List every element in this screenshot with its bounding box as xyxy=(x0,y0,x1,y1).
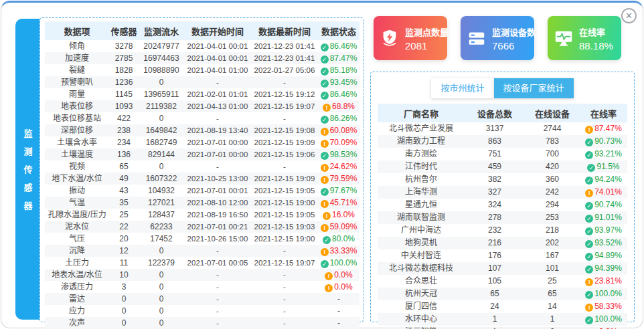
device-online-cell: 783 xyxy=(525,135,580,148)
flow-count-cell: 1607322 xyxy=(139,173,184,185)
status-ok-icon: ✓ xyxy=(585,202,593,210)
latest-time-cell: 2021-12-15 19:03 xyxy=(251,221,318,233)
data-item-cell: 振动 xyxy=(45,185,109,197)
status-percent: 94.89% xyxy=(594,251,622,260)
start-time-cell: 2021-10-26 15:00 xyxy=(184,233,251,245)
sensor-count-cell: 1145 xyxy=(109,88,139,100)
data-status-cell: - xyxy=(318,305,359,317)
flow-count-cell: 0 xyxy=(139,245,184,257)
start-time-cell: - xyxy=(184,281,251,293)
latest-time-cell: 2021-12-15 19:05 xyxy=(251,209,318,221)
online-rate-cell: ✓90.73% xyxy=(580,135,627,148)
status-ok-icon: ✓ xyxy=(323,236,331,244)
table-row: 裂缝1828109888902021-04-01 01:002022-01-27… xyxy=(45,64,359,76)
data-status-cell: !33.33% xyxy=(318,245,359,257)
card-title: 监测点数量 xyxy=(405,25,449,38)
status-ok-icon: ✓ xyxy=(587,164,595,172)
status-percent: 93.21% xyxy=(594,149,622,158)
table-row: 气温351270212021-08-10 12:002021-12-15 19:… xyxy=(45,197,359,209)
start-time-cell: - xyxy=(184,112,251,124)
data-item-cell: 裂缝 xyxy=(45,64,109,76)
status-ok-icon: ✓ xyxy=(585,316,593,324)
table-row: 北斗微芯数据科技107101✓94.39% xyxy=(378,262,627,275)
col-start-time: 数据开始时间 xyxy=(184,21,251,40)
data-item-cell: 应力 xyxy=(45,305,109,317)
device-total-cell: 751 xyxy=(465,148,525,160)
start-time-cell: 2021-07-01 00:21 xyxy=(184,221,251,233)
status-warn-icon: ! xyxy=(321,164,329,172)
latest-time-cell: 2021-12-15 19:05 xyxy=(251,185,318,197)
flow-count-cell: 16974463 xyxy=(139,52,184,64)
table-row: 泥水位22622332021-07-01 00:212021-12-15 19:… xyxy=(45,221,359,233)
table-row: 南方测绘751700✓93.21% xyxy=(378,148,627,160)
data-status-cell: ✓98.53% xyxy=(318,148,359,160)
status-percent: 24.62% xyxy=(330,162,357,171)
table-row: 孔隙水温度/压力251284372021-08-19 16:502021-12-… xyxy=(45,209,359,221)
start-time-cell: - xyxy=(184,305,251,317)
sensor-panel-vertical-tab[interactable]: 监测传感器 xyxy=(15,19,39,320)
monitor-pulse-icon xyxy=(554,28,574,48)
table-row: 地表水温/水位100--!0.0% xyxy=(45,269,359,281)
status-ok-icon: ✓ xyxy=(585,177,593,185)
status-ok-icon: ✓ xyxy=(585,253,593,261)
card-value: 7666 xyxy=(492,40,536,51)
data-item-cell: 加速度 xyxy=(45,52,109,64)
table-row: 北斗微芯产业发展31372744!87.47% xyxy=(378,122,627,135)
online-rate-cell: ✓94.24% xyxy=(580,173,627,186)
table-row: 沉降120--!33.33% xyxy=(45,245,359,257)
device-total-cell: 105 xyxy=(465,275,525,288)
table-row: 地表位移基站4220--✓86.26% xyxy=(45,112,359,124)
status-warn-icon: ! xyxy=(321,176,329,184)
status-percent: 98.53% xyxy=(330,150,357,159)
status-ok-icon: ✓ xyxy=(321,152,329,160)
start-time-cell: 2021-08-19 13:40 xyxy=(184,124,251,136)
vendor-name-cell: 江伟时代 xyxy=(378,160,465,173)
table-row: 湖南致力工程863783✓90.73% xyxy=(378,135,627,148)
status-warn-icon: ! xyxy=(321,224,329,232)
vendor-name-cell: 星通九恒 xyxy=(378,199,465,211)
sensor-table-header-row: 数据项 传感器 监测流水 数据开始时间 数据最新时间 数据状态 xyxy=(45,21,359,40)
close-button[interactable]: ✕ xyxy=(621,8,637,23)
data-item-cell: 倾角 xyxy=(45,40,109,52)
device-total-cell: 24 xyxy=(465,300,525,313)
table-row: 厦门四信2414!58.33% xyxy=(378,300,627,313)
online-rate-cell: ✓94.89% xyxy=(580,249,627,262)
status-ok-icon: ✓ xyxy=(585,215,593,223)
status-percent: 94.24% xyxy=(594,175,622,184)
table-row: 上海华测327242!74.01% xyxy=(378,186,627,199)
online-rate-cell: ✓93.97% xyxy=(580,224,627,237)
data-status-cell: !0.0% xyxy=(318,281,359,293)
data-status-cell: - xyxy=(318,317,359,329)
device-total-cell: 1 xyxy=(465,326,525,329)
flow-count-cell: 1682749 xyxy=(139,136,184,148)
device-online-cell: 25 xyxy=(525,275,580,288)
status-percent: 0.0% xyxy=(334,282,352,292)
latest-time-cell: 2021-12-15 19:07 xyxy=(251,100,318,112)
vendor-name-cell: 中关村智连 xyxy=(378,249,465,262)
flow-count-cell: 122379 xyxy=(139,257,184,269)
status-ok-icon: ✓ xyxy=(585,265,593,273)
start-time-cell: - xyxy=(184,293,251,305)
data-item-cell: 沉降 xyxy=(45,245,109,257)
device-online-cell: 202 xyxy=(525,237,580,249)
status-percent: 80.0% xyxy=(332,234,355,243)
start-time-cell: - xyxy=(184,317,251,329)
sensor-count-cell: 12 xyxy=(109,245,139,257)
status-percent: 90.74% xyxy=(594,200,622,209)
flow-count-cell: 0 xyxy=(139,160,184,173)
sensor-count-cell: 1093 xyxy=(109,100,139,112)
status-ok-icon: ✓ xyxy=(321,80,329,88)
status-percent: 23.81% xyxy=(594,276,622,286)
latest-time-cell: 2021-12-23 01:41 xyxy=(251,40,318,52)
data-item-cell: 次声 xyxy=(45,317,109,329)
tab-by-vendor[interactable]: 按设备厂家统计 xyxy=(494,78,574,98)
tab-by-city[interactable]: 按市州统计 xyxy=(431,78,493,98)
status-percent: 87.47% xyxy=(330,53,357,63)
device-total-cell: 278 xyxy=(465,211,525,224)
status-percent: 60.08% xyxy=(330,126,357,135)
status-ok-icon: ✓ xyxy=(321,92,329,100)
vendor-name-cell: 杭州鲁尔 xyxy=(378,173,465,186)
online-rate-cell: ✓91.01% xyxy=(580,211,627,224)
table-row: 地表位移109321193822021-04-13 01:002021-12-1… xyxy=(45,100,359,112)
data-item-cell: 地表位移基站 xyxy=(45,112,109,124)
